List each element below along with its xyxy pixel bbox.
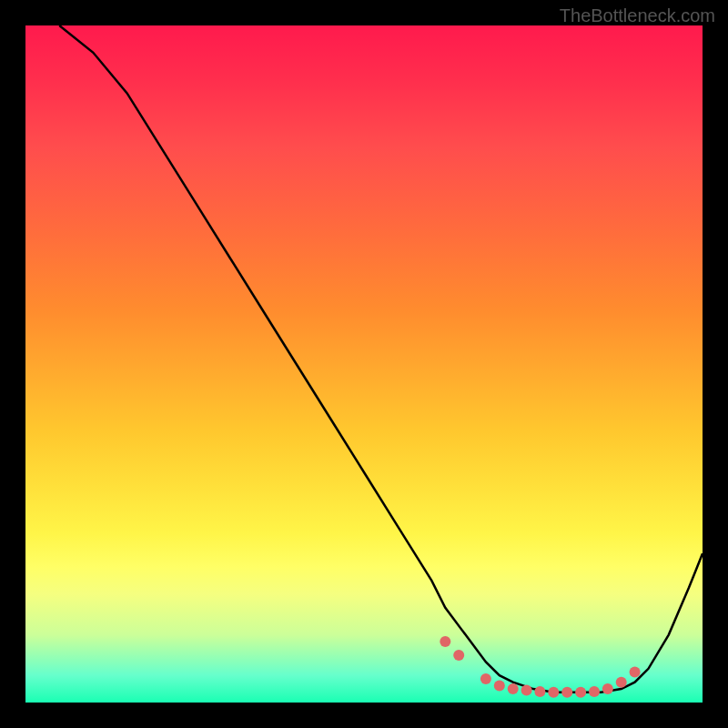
data-marker <box>494 680 505 691</box>
data-marker <box>453 650 464 661</box>
data-marker <box>508 683 519 694</box>
data-marker <box>440 636 450 647</box>
data-marker <box>602 683 613 694</box>
curve-line <box>59 25 703 693</box>
data-marker <box>534 686 545 697</box>
data-marker <box>589 686 600 697</box>
data-marker <box>630 667 641 678</box>
chart-area <box>25 25 703 703</box>
data-markers <box>440 636 640 698</box>
data-marker <box>616 677 627 688</box>
data-marker <box>561 687 572 698</box>
watermark-text: TheBottleneck.com <box>560 5 715 26</box>
data-marker <box>480 673 491 684</box>
chart-svg <box>25 25 703 703</box>
data-marker <box>521 685 532 696</box>
data-marker <box>575 687 586 698</box>
data-marker <box>548 687 559 698</box>
